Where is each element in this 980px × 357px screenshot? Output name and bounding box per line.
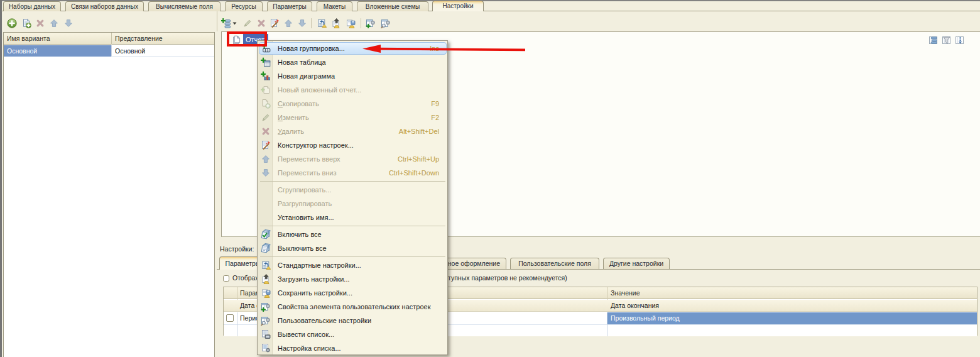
standard-settings-icon[interactable] [317, 18, 327, 28]
menu-item-label: Загрузить настройки... [278, 272, 350, 286]
tree-filter-view-icon[interactable] [942, 35, 952, 45]
tab-user-fields[interactable]: Пользовательские поля [510, 258, 599, 269]
variants-table-row[interactable]: Основной Основной [4, 45, 214, 57]
panel-splitter[interactable] [217, 11, 217, 31]
user-settings-icon [261, 316, 271, 326]
menu-item-label: Переместить вниз [278, 166, 337, 180]
menu-item-print-list[interactable]: Вывести список... [258, 327, 447, 341]
menu-item-standard-settings[interactable]: Стандартные настройки... [258, 258, 447, 272]
menu-item-copy[interactable]: Скопировать F9 [258, 97, 447, 111]
tab-other-settings[interactable]: Другие настройки [603, 258, 670, 269]
menu-item-group[interactable]: Сгруппировать... [258, 183, 447, 197]
menu-item-label: Свойства элемента пользовательских настр… [278, 300, 430, 314]
add-dropdown-arrow-icon[interactable] [232, 22, 237, 25]
tab-calculated-fields[interactable]: Вычисляемые поля [148, 1, 220, 11]
new-chart-icon [261, 71, 271, 81]
menu-item-label: Стандартные настройки... [278, 258, 361, 272]
menu-item-user-settings[interactable]: Пользовательские настройки [258, 314, 447, 327]
menu-item-label: Сохранить настройки... [278, 286, 352, 300]
add-copy-icon[interactable] [21, 18, 31, 28]
delete-icon[interactable] [35, 18, 45, 28]
menu-item-label: Новая таблица [278, 55, 326, 69]
menu-item-label: Сгруппировать... [278, 183, 331, 197]
menu-item-label: Изменить [278, 111, 309, 124]
menu-item-load-settings[interactable]: Загрузить настройки... [258, 272, 447, 286]
app-window: Наборы данных Связи наборов данных Вычис… [0, 0, 980, 357]
new-nested-report-icon [261, 85, 271, 95]
load-settings-icon[interactable] [331, 18, 341, 28]
save-settings-icon[interactable] [346, 18, 356, 28]
edit-icon[interactable] [242, 18, 253, 28]
tree-grouping-view-icon[interactable] [928, 35, 939, 45]
menu-item-ungroup[interactable]: Разгруппировать [258, 197, 447, 211]
save-settings-icon [261, 288, 271, 298]
tab-data-set-links[interactable]: Связи наборов данных [65, 1, 144, 11]
menu-item-shortcut: Ctrl+Shift+Down [389, 166, 439, 180]
window-frame-top [0, 0, 980, 1]
column-header-value[interactable]: Значение [611, 287, 640, 299]
show-unavailable-parameters-checkbox[interactable] [223, 275, 229, 282]
variant-presentation-cell[interactable]: Основной [112, 45, 214, 57]
annotation-highlight-box [227, 31, 267, 47]
menu-item-move-down[interactable]: Переместить вниз Ctrl+Shift+Down [258, 166, 447, 180]
menu-item-enable-all[interactable]: Включить все [258, 228, 447, 241]
move-down-settings-icon[interactable] [297, 18, 307, 28]
menu-item-list-settings[interactable]: Настройка списка... [258, 341, 447, 355]
grid-line [607, 312, 607, 336]
tab-resources[interactable]: Ресурсы [225, 1, 263, 11]
menu-item-disable-all[interactable]: Выключить все [258, 241, 447, 255]
menu-item-settings-constructor[interactable]: Конструктор настроек... [258, 138, 447, 152]
tab-parameters[interactable]: Параметры [267, 1, 312, 11]
menu-separator [260, 256, 445, 257]
edit-pencil-icon [261, 113, 271, 123]
column-header-presentation[interactable]: Представление [112, 33, 214, 44]
new-table-icon [261, 57, 271, 67]
menu-item-set-name[interactable]: Установить имя... [258, 211, 447, 224]
tab-layouts[interactable]: Макеты [317, 1, 352, 11]
print-list-icon [261, 329, 271, 339]
tab-data-sets[interactable]: Наборы данных [3, 1, 61, 11]
enable-all-icon [261, 229, 271, 239]
column-header-variant-name[interactable]: Имя варианта [4, 33, 111, 44]
menu-item-user-settings-item-properties[interactable]: Свойства элемента пользовательских настр… [258, 300, 447, 314]
menu-item-new-nested-report[interactable]: Новый вложенный отчет... [258, 83, 447, 97]
parameter-value-cell[interactable]: Дата окончания [611, 300, 659, 312]
menu-item-label: Конструктор настроек... [278, 138, 354, 152]
variant-name-cell[interactable]: Основной [4, 45, 111, 57]
menu-item-new-chart[interactable]: Новая диаграмма [258, 69, 447, 83]
menu-item-shortcut: Ctrl+Shift+Up [398, 152, 439, 166]
menu-item-label: Новый вложенный отчет... [278, 83, 361, 97]
menu-item-save-settings[interactable]: Сохранить настройки... [258, 286, 447, 300]
menu-item-move-up[interactable]: Переместить вверх Ctrl+Shift+Up [258, 152, 447, 166]
move-down-icon[interactable] [63, 18, 74, 28]
add-settings-item-icon[interactable] [221, 18, 231, 28]
tab-settings[interactable]: Настройки [432, 1, 484, 11]
menu-item-label: Разгруппировать [278, 197, 332, 211]
menu-item-edit[interactable]: Изменить F2 [258, 111, 447, 124]
move-up-settings-icon[interactable] [283, 18, 293, 28]
disable-all-icon [261, 243, 271, 253]
grid-line [237, 312, 237, 336]
menu-separator [260, 181, 445, 182]
menu-item-shortcut: Alt+Shift+Del [399, 124, 439, 138]
settings-constructor-icon[interactable] [270, 18, 280, 28]
tab-nested-schemas[interactable]: Вложенные схемы [357, 1, 428, 11]
user-settings-icon[interactable] [381, 18, 391, 28]
menu-item-delete[interactable]: Удалить Alt+Shift+Del [258, 124, 447, 138]
parameter-value-cell-selected[interactable]: Произвольный период [607, 312, 977, 324]
toolbar-separator [311, 18, 312, 28]
user-settings-item-properties-icon[interactable] [366, 18, 376, 28]
copy-icon [261, 99, 271, 109]
move-up-icon[interactable] [49, 18, 59, 28]
delete-settings-icon[interactable] [256, 18, 266, 28]
add-icon[interactable] [7, 18, 17, 28]
move-up-icon [261, 154, 271, 164]
settings-section-label: Настройки: [220, 245, 254, 253]
parameter-usage-checkbox[interactable] [226, 314, 234, 322]
menu-separator [260, 226, 445, 226]
user-settings-item-properties-icon [261, 302, 271, 312]
variants-table-header: Имя варианта Представление [4, 33, 214, 45]
column-separator [111, 45, 112, 57]
variants-table: Имя варианта Представление Основной Осно… [3, 32, 215, 357]
tree-sort-view-icon[interactable] [955, 35, 965, 45]
